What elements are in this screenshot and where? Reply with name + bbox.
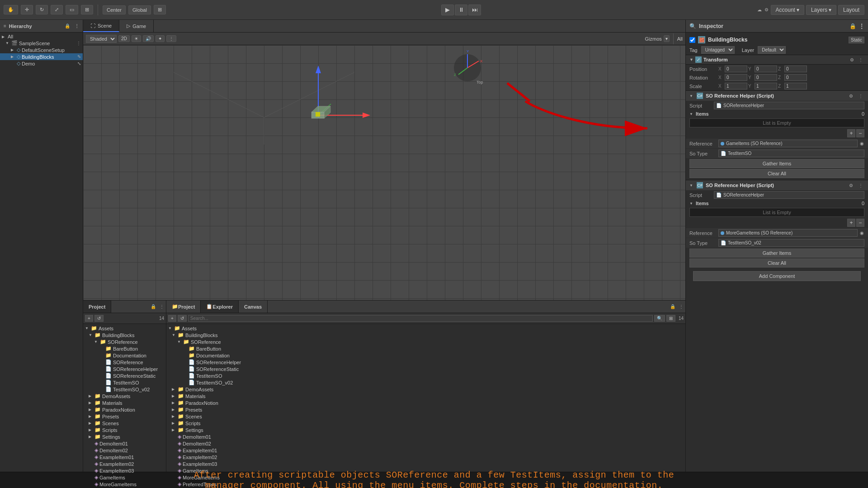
component1-header[interactable]: ▼ C# SO Reference Helper (Script) ⚙ ⋮ [686, 90, 868, 101]
gather1-btn[interactable]: Gather Items [689, 159, 864, 168]
gizmos-dropdown[interactable]: ▾ [664, 35, 670, 42]
add-btn[interactable]: + [85, 315, 93, 322]
scale-x[interactable] [725, 83, 747, 89]
exp-testitemso-v02[interactable]: 📄 TestItemSO_v02 [166, 379, 685, 386]
add-btn[interactable]: + [168, 315, 176, 322]
lock-icon[interactable]: 🔒 [670, 300, 677, 313]
lock-icon[interactable]: 🔒 [65, 23, 70, 28]
exp-testitemso[interactable]: 📄 TestItemSO [166, 372, 685, 379]
active-checkbox[interactable] [689, 37, 695, 43]
tab-scene[interactable]: ⛶ Scene [83, 20, 119, 32]
add-item2-btn[interactable]: + [847, 219, 855, 227]
exp-soreferencehelper[interactable]: 📄 SOReferenceHelper [166, 359, 685, 366]
lock-icon[interactable]: 🔒 [151, 300, 156, 313]
exp-paradoxnotion[interactable]: ▶ 📁 ParadoxNotion [166, 399, 685, 406]
gather2-btn[interactable]: Gather Items [689, 249, 864, 258]
sotype2-value[interactable]: 📄 TestItemSO_v02 [718, 239, 864, 247]
grid-btn[interactable]: ⊞ [154, 5, 166, 14]
refresh-btn[interactable]: ↺ [94, 315, 104, 322]
component2-header[interactable]: ▼ C# SO Reference Helper (Script) ⚙ ⋮ [686, 180, 868, 190]
scale-z[interactable] [784, 83, 807, 89]
exp-scripts[interactable]: ▶ 📁 Scripts [166, 420, 685, 427]
menu-icon[interactable]: ⋮ [75, 23, 79, 28]
asset-demoitem01[interactable]: ◈ DemoItem01 [83, 440, 166, 447]
position-x[interactable] [725, 66, 747, 72]
hierarchy-buildingblocks[interactable]: ▶ ◇ BuildingBlocks ✎ [0, 53, 83, 60]
folder-barebutton[interactable]: 📁 BareButton [83, 345, 166, 352]
script-value-field[interactable]: 📄 SOReferenceHelper [714, 102, 864, 109]
go-menu[interactable]: ✎ [77, 54, 81, 59]
settings-icon[interactable]: ⚙ [848, 93, 854, 99]
scene-menu[interactable]: ⋮ [76, 41, 81, 46]
remove-item2-btn[interactable]: − [856, 219, 864, 227]
lighting-btn[interactable]: ☀ [132, 35, 141, 42]
account-btn[interactable]: Account ▾ [771, 5, 804, 15]
exp-barebutton[interactable]: 📁 BareButton [166, 345, 685, 352]
rect-tool[interactable]: ▭ [66, 5, 78, 14]
exp-assets[interactable]: ▼ 📁 Assets [166, 325, 685, 332]
exp-soreferencestatic[interactable]: 📄 SOReferenceStatic [166, 366, 685, 372]
layer-select[interactable]: Default [758, 46, 786, 54]
layers-btn[interactable]: Layers ▾ [806, 5, 836, 15]
exp-settings[interactable]: ▶ 📁 Settings [166, 427, 685, 433]
hierarchy-defaultscenesetup[interactable]: ▶ ◇ DefaultSceneSetup [0, 47, 83, 53]
file-soreferencestatic[interactable]: 📄 SOReferenceStatic [83, 372, 166, 379]
ref1-select-btn[interactable]: ◉ [859, 141, 864, 146]
rotate-tool[interactable]: ↻ [36, 5, 48, 14]
shaded-select[interactable]: Shaded [86, 35, 117, 43]
transform-tool[interactable]: ⊞ [81, 5, 93, 14]
exp-presets[interactable]: ▶ 📁 Presets [166, 406, 685, 413]
audio-btn[interactable]: 🔊 [143, 35, 154, 42]
tab-project2[interactable]: 📁 Project [166, 300, 201, 313]
assets-root[interactable]: ▼ 📁 Assets [83, 325, 166, 332]
search-btn[interactable]: 🔍 [654, 315, 665, 322]
clear2-btn[interactable]: Clear All [689, 258, 864, 267]
pause-btn[interactable]: ⏸ [455, 5, 467, 15]
step-btn[interactable]: ⏭ [468, 5, 481, 15]
add-item-btn[interactable]: + [847, 129, 855, 137]
cloud-icon[interactable]: ☁ [757, 7, 762, 13]
file-testitemso[interactable]: 📄 TestItemSO [83, 379, 166, 386]
sotype1-value[interactable]: 📄 TestItemSO [718, 150, 864, 157]
exp-materials[interactable]: ▶ 📁 Materials [166, 393, 685, 399]
2d-btn[interactable]: 2D [118, 35, 130, 42]
exp-exampleitem02[interactable]: ◈ ExampleItem02 [166, 454, 685, 460]
folder-demoassets[interactable]: ▶ 📁 DemoAssets [83, 393, 166, 399]
scene-viewport[interactable]: X Y Z Top [83, 45, 685, 300]
exp-documentation[interactable]: 📁 Documentation [166, 352, 685, 359]
rotation-z[interactable] [784, 74, 807, 81]
hierarchy-samplescene[interactable]: ▼ 🎬 SampleScene ⋮ [0, 40, 83, 47]
folder-buildingblocks[interactable]: ▼ 📁 BuildingBlocks [83, 332, 166, 338]
tab-game[interactable]: ▷ Game [119, 20, 154, 32]
exp-demoitem01[interactable]: ◈ DemoItem01 [166, 433, 685, 440]
remove-item-btn[interactable]: − [856, 129, 864, 137]
exp-soreference[interactable]: ▼ 📁 SOReference [166, 338, 685, 345]
ref2-select-btn[interactable]: ◉ [859, 230, 864, 236]
overflow-icon[interactable]: ⋮ [857, 93, 864, 99]
add-component-btn[interactable]: Add Component [693, 271, 861, 281]
clear1-btn[interactable]: Clear All [689, 169, 864, 178]
asset-exampleitem01[interactable]: ◈ ExampleItem01 [83, 454, 166, 460]
scene-options-btn[interactable]: ⋮ [166, 35, 176, 42]
folder-presets[interactable]: ▶ 📁 Presets [83, 413, 166, 420]
settings-icon[interactable]: ⚙ [764, 7, 769, 13]
scale-y[interactable] [755, 83, 777, 89]
reference1-value[interactable]: GameItems (SO Reference) [718, 140, 858, 147]
refresh-btn[interactable]: ↺ [178, 315, 187, 322]
rotation-x[interactable] [725, 74, 747, 81]
folder-materials[interactable]: ▶ 📁 Materials [83, 399, 166, 406]
asset-demoitem02[interactable]: ◈ DemoItem02 [83, 447, 166, 454]
transform-section-header[interactable]: ▼ ⤢ Transform ⚙ ⋮ [686, 55, 868, 65]
inspector-lock[interactable]: 🔒 [849, 23, 856, 29]
tab-project[interactable]: Project [83, 300, 111, 313]
layout-btn[interactable]: Layout [838, 5, 864, 15]
scale-tool[interactable]: ⤢ [51, 5, 63, 14]
hierarchy-all[interactable]: ▶ All [0, 33, 83, 40]
filter-btn[interactable]: ⊞ [666, 315, 675, 322]
tag-select[interactable]: Untagged [701, 46, 735, 54]
asset-moregameitems[interactable]: ◈ MoreGameItems [83, 481, 166, 488]
center-btn[interactable]: Center [103, 5, 126, 14]
asset-gameitems[interactable]: ◈ GameItems [83, 474, 166, 481]
asset-exampleitem03[interactable]: ◈ ExampleItem03 [83, 467, 166, 474]
move-tool[interactable]: ✛ [21, 5, 33, 14]
